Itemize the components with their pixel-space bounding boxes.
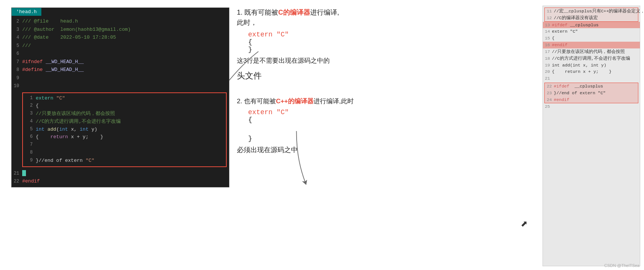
cursor-icon: ⬈ bbox=[521, 219, 527, 229]
middle-explanation-panel: 1. 既有可能被C的编译器进行编译, 此时， extern "C" { } 这3… bbox=[229, 4, 542, 266]
right-line-23: 23 }//end of extern "C" bbox=[545, 90, 638, 97]
section2: 2. 也有可能被C++的编译器进行编译,此时 extern "C" { } 必须… bbox=[237, 97, 535, 154]
right-line-21: 21 bbox=[543, 75, 640, 82]
ec-line-1: 1 extern "C" bbox=[25, 95, 224, 103]
right-line-14: 14 extern "C" bbox=[543, 28, 640, 35]
code-line-22: 22 #endif bbox=[12, 177, 229, 186]
right-line-15: 15 { bbox=[543, 35, 640, 42]
right-line-13: 13 #ifdef __cplusplus bbox=[543, 22, 640, 29]
ec-line-4: 4 //C的方式进行调用,不会进行名字改编 bbox=[25, 118, 224, 126]
code-line-2: 2 /// @file head.h bbox=[12, 17, 229, 26]
code-line-9: 9 bbox=[12, 74, 229, 82]
right-line-12: 12 //C的编译器没有该宏 bbox=[545, 15, 638, 21]
code-line-3: 3 /// @author lemon(haohb13@gmail.com) bbox=[12, 26, 229, 34]
right-code-panel: 11 //宏__cplusplus只有C++的编译器会定义， 12 //C的编译… bbox=[542, 6, 640, 266]
must-appear: 必须出现在源码之中 bbox=[237, 145, 535, 154]
section2-title: 2. 也有可能被C++的编译器进行编译,此时 bbox=[237, 97, 535, 106]
right-line-19: 19 int add(int x, int y) bbox=[543, 62, 640, 69]
right-line-22: 22 #ifdef __cplusplus bbox=[545, 83, 638, 90]
ec-line-6: 6 { return x + y; } bbox=[25, 133, 224, 141]
editor-tab[interactable]: 'head.h bbox=[12, 8, 41, 16]
extern-c-box: 1 extern "C" 2 { 3 //只要放在该区域的代码，都会按照 4 /… bbox=[22, 92, 227, 167]
section2-text1: 2. 也有可能被 bbox=[237, 98, 276, 105]
code-line-7: 7 #ifndef __WD_HEAD_H__ bbox=[12, 58, 229, 66]
right-highlight-box1: 11 //宏__cplusplus只有C++的编译器会定义， 12 //C的编译… bbox=[544, 8, 638, 22]
ec-line-2: 2 { bbox=[25, 102, 224, 110]
ec-line-3: 3 //只要放在该区域的代码，都会按照 bbox=[25, 110, 224, 118]
section1-text2: 进行编译, bbox=[310, 9, 339, 16]
ec-line-5: 5 int add(int x, int y) bbox=[25, 126, 224, 134]
section2-red: C++的编译器 bbox=[276, 98, 314, 105]
section1-red1: C的编译器 bbox=[278, 9, 310, 16]
extern-c-label: extern "C" bbox=[248, 31, 535, 38]
editor-body: 2 /// @file head.h 3 /// @author lemon(h… bbox=[12, 16, 229, 187]
main-container: 'head.h 2 /// @file head.h 3 /// @author… bbox=[0, 0, 644, 270]
right-line-24: 24 #endif bbox=[545, 97, 638, 103]
section1-ci-shi: 此时， bbox=[237, 19, 257, 26]
right-line-16: 16 #endif bbox=[543, 42, 640, 48]
brace-close: } bbox=[248, 46, 535, 53]
ec-line-8: 8 bbox=[25, 149, 224, 157]
code-line-6: 6 bbox=[12, 50, 229, 58]
section1-text1: 1. 既有可能被 bbox=[237, 9, 278, 16]
watermark: CSDN @TheITSea bbox=[604, 263, 639, 268]
header-file-label: 头文件 bbox=[237, 70, 535, 81]
section1-title: 1. 既有可能被C的编译器进行编译, bbox=[237, 8, 535, 18]
code-line-4: 4 /// @date 2022-05-10 17:28:05 bbox=[12, 33, 229, 42]
section2-text1b: 进行编译,此时 bbox=[314, 98, 354, 105]
section1: 1. 既有可能被C的编译器进行编译, 此时， bbox=[237, 8, 535, 28]
code-line-10: 10 bbox=[12, 82, 229, 90]
code-line-21: 21 bbox=[12, 169, 229, 178]
right-line-18: 18 //C的方式进行调用,不会进行名字改编 bbox=[543, 55, 640, 62]
ec-line-7: 7 bbox=[25, 141, 224, 149]
note-3lines: 这3行是不需要出现在源码之中的 bbox=[237, 56, 535, 65]
cursor-block bbox=[22, 170, 26, 176]
ec-line-9: 9 }//end of extern "C" bbox=[25, 157, 224, 165]
section1-line2: 此时， bbox=[237, 18, 535, 28]
code-editor: 'head.h 2 /// @file head.h 3 /// @author… bbox=[11, 8, 229, 187]
extern-c-label2: extern "C" bbox=[248, 109, 535, 116]
right-line-20: 20 { return x + y; } bbox=[543, 68, 640, 75]
extern-c-section: extern "C" { } bbox=[237, 31, 535, 53]
brace-open2: { bbox=[248, 116, 535, 124]
brace-open: { bbox=[248, 38, 535, 46]
right-highlight-box2: 22 #ifdef __cplusplus 23 }//end of exter… bbox=[544, 83, 638, 103]
right-line-17: 17 //只要放在该区域的代码，都会按照 bbox=[543, 48, 640, 55]
code-line-8: 8 #define __WD_HEAD_H__ bbox=[12, 66, 229, 74]
right-line-11: 11 //宏__cplusplus只有C++的编译器会定义， bbox=[545, 8, 638, 15]
right-line-25: 25 bbox=[543, 103, 640, 110]
brace-close2: } bbox=[248, 135, 535, 142]
left-code-panel: 'head.h 2 /// @file head.h 3 /// @author… bbox=[11, 8, 229, 266]
code-line-5: 5 /// bbox=[12, 42, 229, 50]
